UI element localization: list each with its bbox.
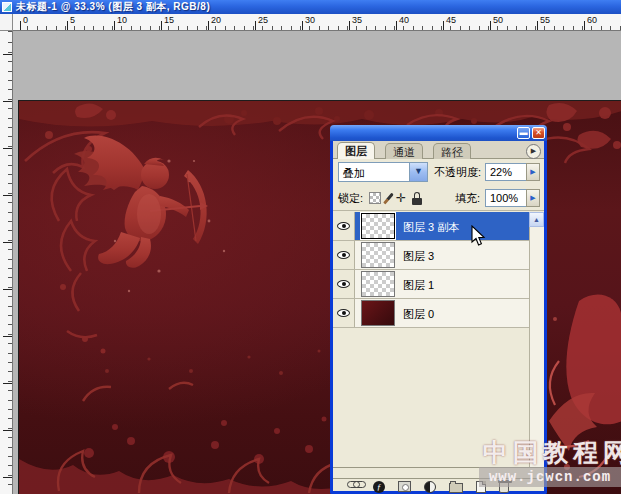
eye-icon[interactable] bbox=[337, 280, 350, 288]
layer-row-3[interactable]: 图层 3 bbox=[333, 241, 529, 270]
scrollbar[interactable]: ▲ bbox=[529, 212, 544, 467]
ruler-major-tick bbox=[302, 21, 303, 30]
layer-row-3-copy[interactable]: 图层 3 副本 bbox=[333, 212, 529, 241]
eye-icon[interactable] bbox=[337, 309, 350, 317]
ruler-major-tick bbox=[3, 101, 12, 102]
ruler-major-tick bbox=[3, 242, 12, 243]
layer-thumbnail[interactable] bbox=[361, 300, 395, 326]
ruler-major-tick bbox=[3, 383, 12, 384]
fill-slider-arrow-icon[interactable]: ▶ bbox=[526, 189, 540, 207]
ruler-label: 0 bbox=[23, 15, 28, 25]
eye-icon[interactable] bbox=[337, 251, 350, 259]
document-titlebar[interactable]: 未标题-1 @ 33.3% (图层 3 副本, RGB/8) bbox=[0, 0, 621, 14]
visibility-cell[interactable] bbox=[333, 299, 355, 327]
layers-panel-titlebar[interactable]: ▬ ✕ bbox=[330, 125, 547, 141]
ruler-major-tick bbox=[3, 336, 12, 337]
ruler-major-tick bbox=[67, 21, 68, 30]
ruler-major-tick bbox=[443, 21, 444, 30]
layer-row-1[interactable]: 图层 1 bbox=[333, 270, 529, 299]
layer-mask-icon[interactable] bbox=[398, 481, 411, 492]
ruler-major-tick bbox=[3, 148, 12, 149]
fill-label: 填充: bbox=[455, 191, 480, 206]
ruler-major-tick bbox=[537, 21, 538, 30]
ruler-major-tick bbox=[349, 21, 350, 30]
ruler-major-tick bbox=[3, 477, 12, 478]
panel-tabs: 图层 通道 路径 ▶ bbox=[333, 141, 544, 159]
ruler-major-tick bbox=[584, 21, 585, 30]
lock-paint-icon[interactable] bbox=[383, 192, 394, 204]
link-layers-icon[interactable] bbox=[347, 481, 360, 488]
layer-thumbnail[interactable] bbox=[361, 213, 395, 239]
ruler-major-tick bbox=[20, 21, 21, 30]
fill-input[interactable]: 100% bbox=[485, 189, 527, 207]
lock-position-icon[interactable]: ✛ bbox=[396, 192, 406, 204]
ruler-major-tick bbox=[3, 195, 12, 196]
layer-name[interactable]: 图层 0 bbox=[403, 307, 434, 322]
ruler-label: 55 bbox=[540, 15, 550, 25]
layer-name[interactable]: 图层 3 bbox=[403, 249, 434, 264]
blend-mode-value: 叠加 bbox=[343, 166, 365, 181]
watermark-url: www.jcwcn.com bbox=[489, 469, 611, 485]
layer-name[interactable]: 图层 1 bbox=[403, 278, 434, 293]
tab-paths[interactable]: 路径 bbox=[433, 143, 471, 159]
lock-all-icon[interactable] bbox=[412, 192, 422, 205]
layer-list: ▲ 图层 3 副本 图层 3 图层 bbox=[333, 212, 544, 468]
mouse-cursor-icon bbox=[471, 225, 486, 251]
panel-menu-icon[interactable]: ▶ bbox=[526, 144, 541, 159]
ruler-origin-corner[interactable] bbox=[0, 14, 13, 31]
adjustment-layer-icon[interactable] bbox=[424, 481, 436, 493]
ruler-label: 15 bbox=[164, 15, 174, 25]
opacity-label: 不透明度: bbox=[434, 165, 481, 180]
opacity-value: 22% bbox=[490, 166, 512, 178]
scroll-up-icon[interactable]: ▲ bbox=[529, 212, 544, 227]
document-icon bbox=[2, 2, 12, 12]
lock-fill-row: 锁定: ✛ 填充: 100% ▶ bbox=[333, 185, 544, 211]
layer-row-0[interactable]: 图层 0 bbox=[333, 299, 529, 328]
document-title: 未标题-1 @ 33.3% (图层 3 副本, RGB/8) bbox=[16, 0, 210, 14]
lock-buttons: ✛ bbox=[369, 191, 422, 205]
visibility-cell[interactable] bbox=[333, 212, 355, 240]
blend-mode-select[interactable]: 叠加 ▼ bbox=[338, 162, 428, 182]
visibility-cell[interactable] bbox=[333, 270, 355, 298]
layer-style-icon[interactable]: ƒ bbox=[373, 481, 385, 493]
ruler-label: 30 bbox=[305, 15, 315, 25]
vertical-ruler[interactable] bbox=[0, 31, 13, 494]
watermark-band: www.jcwcn.com bbox=[479, 467, 621, 487]
ruler-label: 25 bbox=[258, 15, 268, 25]
ruler-major-tick bbox=[3, 430, 12, 431]
opacity-slider-arrow-icon[interactable]: ▶ bbox=[526, 163, 540, 181]
chevron-down-icon[interactable]: ▼ bbox=[409, 163, 427, 181]
fill-value: 100% bbox=[490, 192, 518, 204]
ruler-major-tick bbox=[3, 289, 12, 290]
layer-thumbnail[interactable] bbox=[361, 242, 395, 268]
ruler-label: 35 bbox=[352, 15, 362, 25]
ruler-label: 20 bbox=[211, 15, 221, 25]
ruler-major-tick bbox=[161, 21, 162, 30]
ruler-major-tick bbox=[3, 54, 12, 55]
tab-layers[interactable]: 图层 bbox=[337, 142, 375, 159]
lock-transparency-icon[interactable] bbox=[369, 192, 381, 204]
watermark-text: 中国教程网 bbox=[483, 436, 621, 469]
eye-icon[interactable] bbox=[337, 222, 350, 230]
layer-thumbnail[interactable] bbox=[361, 271, 395, 297]
horizontal-ruler[interactable]: 0 5 10 15 20 25 30 35 40 45 50 55 60 bbox=[13, 14, 621, 31]
ruler-label: 40 bbox=[399, 15, 409, 25]
ruler-label: 10 bbox=[117, 15, 127, 25]
ruler-label: 50 bbox=[493, 15, 503, 25]
minimize-button[interactable]: ▬ bbox=[517, 127, 530, 139]
ruler-major-tick bbox=[255, 21, 256, 30]
ruler-minor-ticks bbox=[13, 26, 621, 30]
tab-channels[interactable]: 通道 bbox=[385, 143, 423, 159]
ruler-label: 60 bbox=[587, 15, 597, 25]
visibility-cell[interactable] bbox=[333, 241, 355, 269]
ruler-label: 45 bbox=[446, 15, 456, 25]
blend-opacity-row: 叠加 ▼ 不透明度: 22% ▶ bbox=[333, 159, 544, 185]
layer-name[interactable]: 图层 3 副本 bbox=[403, 220, 459, 235]
ruler-major-tick bbox=[396, 21, 397, 30]
ruler-major-tick bbox=[114, 21, 115, 30]
new-group-icon[interactable] bbox=[449, 483, 463, 493]
close-icon[interactable]: ✕ bbox=[532, 127, 545, 139]
photoshop-document-window: 未标题-1 @ 33.3% (图层 3 副本, RGB/8) 0 5 10 15… bbox=[0, 0, 621, 494]
ruler-major-tick bbox=[490, 21, 491, 30]
opacity-input[interactable]: 22% bbox=[485, 163, 527, 181]
